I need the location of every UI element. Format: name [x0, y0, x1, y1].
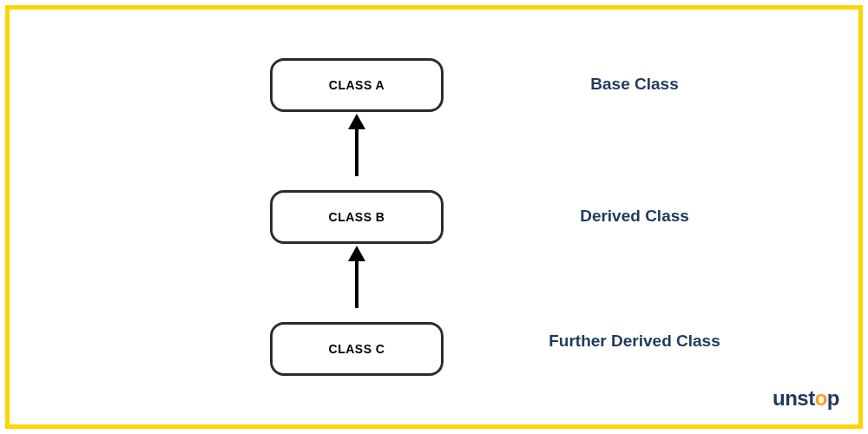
- logo-prefix: unst: [773, 386, 815, 410]
- label-derived-class: Derived Class: [548, 206, 721, 227]
- class-box-c: CLASS C: [270, 322, 444, 376]
- diagram-canvas: CLASS A CLASS B CLASS C Base Class Deriv…: [10, 10, 858, 424]
- brand-logo: unstop: [773, 386, 839, 411]
- class-box-b: CLASS B: [270, 190, 444, 244]
- logo-accent: o: [815, 386, 827, 410]
- arrow-shaft: [355, 128, 358, 176]
- diagram-frame: CLASS A CLASS B CLASS C Base Class Deriv…: [5, 5, 863, 429]
- class-box-a-text: CLASS A: [329, 78, 385, 92]
- class-box-b-text: CLASS B: [329, 210, 385, 224]
- label-base-class: Base Class: [548, 74, 721, 95]
- logo-suffix: p: [827, 386, 839, 410]
- class-box-c-text: CLASS C: [329, 342, 385, 356]
- arrow-shaft: [355, 260, 358, 308]
- label-further-derived-class: Further Derived Class: [548, 331, 721, 352]
- class-box-a: CLASS A: [270, 58, 444, 112]
